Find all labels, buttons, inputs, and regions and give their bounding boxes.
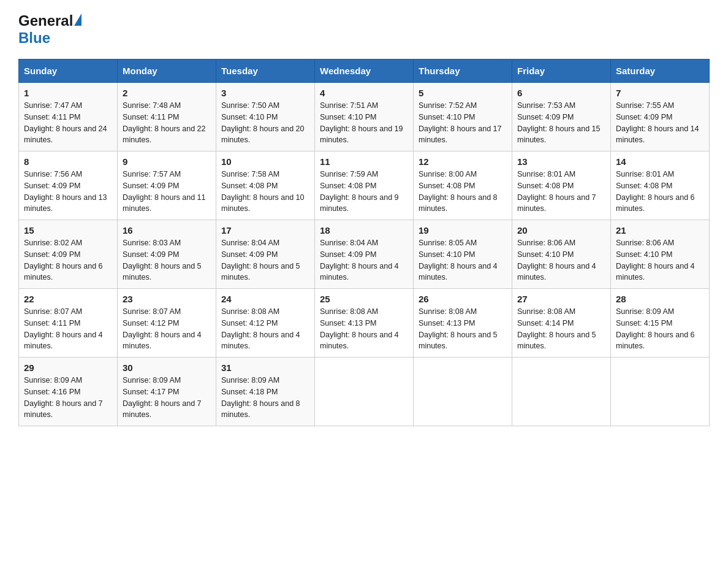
calendar-cell: 12Sunrise: 8:00 AMSunset: 4:08 PMDayligh… <box>414 151 512 220</box>
logo-blue-text: Blue <box>18 29 50 46</box>
day-info: Sunrise: 7:50 AMSunset: 4:10 PMDaylight:… <box>221 100 309 146</box>
calendar-cell: 24Sunrise: 8:08 AMSunset: 4:12 PMDayligh… <box>216 289 315 358</box>
calendar-cell: 17Sunrise: 8:04 AMSunset: 4:09 PMDayligh… <box>216 220 315 289</box>
day-info: Sunrise: 7:48 AMSunset: 4:11 PMDaylight:… <box>123 100 211 146</box>
header-wednesday: Wednesday <box>315 59 414 83</box>
day-number: 15 <box>24 225 112 236</box>
day-info: Sunrise: 7:59 AMSunset: 4:08 PMDaylight:… <box>320 169 408 215</box>
day-number: 11 <box>320 156 408 167</box>
day-info: Sunrise: 8:08 AMSunset: 4:12 PMDaylight:… <box>221 306 309 352</box>
day-number: 10 <box>221 156 309 167</box>
day-number: 18 <box>320 225 408 236</box>
calendar-cell: 28Sunrise: 8:09 AMSunset: 4:15 PMDayligh… <box>611 289 710 358</box>
day-number: 23 <box>123 294 211 304</box>
calendar-cell: 27Sunrise: 8:08 AMSunset: 4:14 PMDayligh… <box>512 289 611 358</box>
calendar-cell: 30Sunrise: 8:09 AMSunset: 4:17 PMDayligh… <box>118 358 216 426</box>
day-number: 31 <box>221 362 309 373</box>
day-number: 14 <box>616 156 704 167</box>
day-info: Sunrise: 7:52 AMSunset: 4:10 PMDaylight:… <box>419 100 507 146</box>
day-number: 17 <box>221 225 309 236</box>
day-number: 1 <box>24 88 112 98</box>
day-number: 12 <box>419 156 507 167</box>
day-info: Sunrise: 7:58 AMSunset: 4:08 PMDaylight:… <box>221 169 309 215</box>
day-info: Sunrise: 8:07 AMSunset: 4:12 PMDaylight:… <box>123 306 211 352</box>
calendar-cell <box>414 358 512 426</box>
calendar-cell <box>512 358 611 426</box>
calendar-cell: 13Sunrise: 8:01 AMSunset: 4:08 PMDayligh… <box>512 151 611 220</box>
day-info: Sunrise: 7:57 AMSunset: 4:09 PMDaylight:… <box>123 169 211 215</box>
day-info: Sunrise: 7:53 AMSunset: 4:09 PMDaylight:… <box>517 100 605 146</box>
day-number: 19 <box>419 225 507 236</box>
header-tuesday: Tuesday <box>216 59 315 83</box>
calendar-cell: 19Sunrise: 8:05 AMSunset: 4:10 PMDayligh… <box>414 220 512 289</box>
calendar-cell: 11Sunrise: 7:59 AMSunset: 4:08 PMDayligh… <box>315 151 414 220</box>
day-info: Sunrise: 7:47 AMSunset: 4:11 PMDaylight:… <box>24 100 112 146</box>
day-info: Sunrise: 8:02 AMSunset: 4:09 PMDaylight:… <box>24 237 112 283</box>
logo-general-text: General <box>18 12 73 29</box>
calendar-table: SundayMondayTuesdayWednesdayThursdayFrid… <box>18 59 710 426</box>
calendar-cell: 3Sunrise: 7:50 AMSunset: 4:10 PMDaylight… <box>216 83 315 151</box>
day-number: 24 <box>221 294 309 304</box>
calendar-cell: 1Sunrise: 7:47 AMSunset: 4:11 PMDaylight… <box>19 83 118 151</box>
calendar-cell: 31Sunrise: 8:09 AMSunset: 4:18 PMDayligh… <box>216 358 315 426</box>
day-number: 5 <box>419 88 507 98</box>
day-info: Sunrise: 8:07 AMSunset: 4:11 PMDaylight:… <box>24 306 112 352</box>
day-number: 22 <box>24 294 112 304</box>
day-info: Sunrise: 8:09 AMSunset: 4:17 PMDaylight:… <box>123 375 211 421</box>
day-number: 20 <box>517 225 605 236</box>
day-number: 8 <box>24 156 112 167</box>
calendar-cell: 9Sunrise: 7:57 AMSunset: 4:09 PMDaylight… <box>118 151 216 220</box>
day-info: Sunrise: 7:55 AMSunset: 4:09 PMDaylight:… <box>616 100 704 146</box>
day-number: 6 <box>517 88 605 98</box>
day-info: Sunrise: 8:09 AMSunset: 4:15 PMDaylight:… <box>616 306 704 352</box>
day-number: 2 <box>123 88 211 98</box>
calendar-cell: 15Sunrise: 8:02 AMSunset: 4:09 PMDayligh… <box>19 220 118 289</box>
calendar-cell: 14Sunrise: 8:01 AMSunset: 4:08 PMDayligh… <box>611 151 710 220</box>
logo: General Blue <box>18 12 82 47</box>
calendar-cell: 29Sunrise: 8:09 AMSunset: 4:16 PMDayligh… <box>19 358 118 426</box>
calendar-cell: 16Sunrise: 8:03 AMSunset: 4:09 PMDayligh… <box>118 220 216 289</box>
day-info: Sunrise: 7:51 AMSunset: 4:10 PMDaylight:… <box>320 100 408 146</box>
calendar-cell: 7Sunrise: 7:55 AMSunset: 4:09 PMDaylight… <box>611 83 710 151</box>
day-info: Sunrise: 8:06 AMSunset: 4:10 PMDaylight:… <box>517 237 605 283</box>
day-number: 30 <box>123 362 211 373</box>
logo-triangle-icon <box>74 13 82 26</box>
calendar-cell: 5Sunrise: 7:52 AMSunset: 4:10 PMDaylight… <box>414 83 512 151</box>
day-number: 9 <box>123 156 211 167</box>
day-info: Sunrise: 8:05 AMSunset: 4:10 PMDaylight:… <box>419 237 507 283</box>
calendar-cell: 21Sunrise: 8:06 AMSunset: 4:10 PMDayligh… <box>611 220 710 289</box>
header-sunday: Sunday <box>19 59 118 83</box>
day-info: Sunrise: 8:00 AMSunset: 4:08 PMDaylight:… <box>419 169 507 215</box>
day-info: Sunrise: 8:03 AMSunset: 4:09 PMDaylight:… <box>123 237 211 283</box>
calendar-cell <box>611 358 710 426</box>
day-number: 27 <box>517 294 605 304</box>
calendar-cell: 18Sunrise: 8:04 AMSunset: 4:09 PMDayligh… <box>315 220 414 289</box>
calendar-cell: 22Sunrise: 8:07 AMSunset: 4:11 PMDayligh… <box>19 289 118 358</box>
day-info: Sunrise: 8:08 AMSunset: 4:14 PMDaylight:… <box>517 306 605 352</box>
calendar-cell: 26Sunrise: 8:08 AMSunset: 4:13 PMDayligh… <box>414 289 512 358</box>
day-number: 3 <box>221 88 309 98</box>
calendar-cell: 8Sunrise: 7:56 AMSunset: 4:09 PMDaylight… <box>19 151 118 220</box>
header-friday: Friday <box>512 59 611 83</box>
day-info: Sunrise: 8:08 AMSunset: 4:13 PMDaylight:… <box>419 306 507 352</box>
header-thursday: Thursday <box>414 59 512 83</box>
day-number: 25 <box>320 294 408 304</box>
day-number: 16 <box>123 225 211 236</box>
calendar-cell: 23Sunrise: 8:07 AMSunset: 4:12 PMDayligh… <box>118 289 216 358</box>
day-number: 29 <box>24 362 112 373</box>
calendar-cell: 20Sunrise: 8:06 AMSunset: 4:10 PMDayligh… <box>512 220 611 289</box>
calendar-cell: 6Sunrise: 7:53 AMSunset: 4:09 PMDaylight… <box>512 83 611 151</box>
day-info: Sunrise: 8:09 AMSunset: 4:16 PMDaylight:… <box>24 375 112 421</box>
day-number: 21 <box>616 225 704 236</box>
day-number: 26 <box>419 294 507 304</box>
day-number: 7 <box>616 88 704 98</box>
page-header: General Blue <box>18 12 710 47</box>
calendar-cell: 4Sunrise: 7:51 AMSunset: 4:10 PMDaylight… <box>315 83 414 151</box>
day-info: Sunrise: 8:04 AMSunset: 4:09 PMDaylight:… <box>320 237 408 283</box>
day-info: Sunrise: 8:06 AMSunset: 4:10 PMDaylight:… <box>616 237 704 283</box>
day-info: Sunrise: 8:09 AMSunset: 4:18 PMDaylight:… <box>221 375 309 421</box>
day-info: Sunrise: 8:08 AMSunset: 4:13 PMDaylight:… <box>320 306 408 352</box>
day-info: Sunrise: 8:01 AMSunset: 4:08 PMDaylight:… <box>616 169 704 215</box>
calendar-cell: 2Sunrise: 7:48 AMSunset: 4:11 PMDaylight… <box>118 83 216 151</box>
calendar-cell: 10Sunrise: 7:58 AMSunset: 4:08 PMDayligh… <box>216 151 315 220</box>
